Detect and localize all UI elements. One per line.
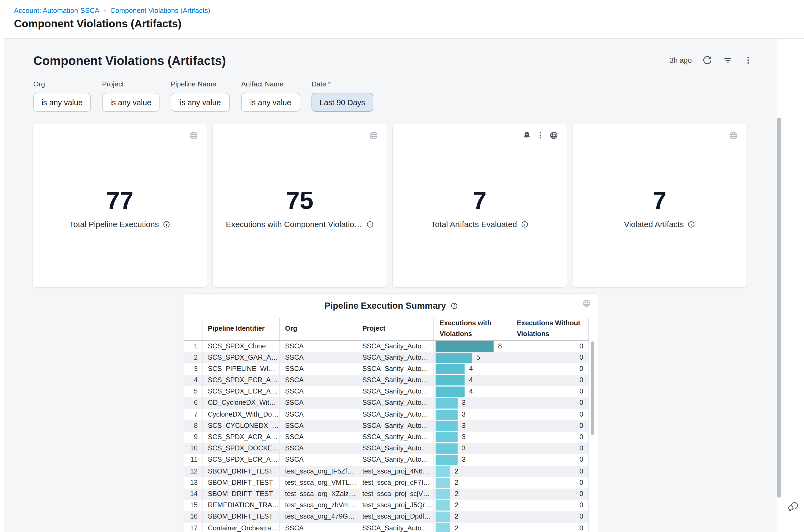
violations-bar — [436, 386, 465, 397]
executions-with-violations-cell: 2 — [434, 500, 511, 511]
violations-bar — [436, 398, 457, 408]
info-icon[interactable] — [521, 221, 528, 228]
kpi-card-row: 77 Total Pipeline Executions 75 Executio… — [33, 124, 747, 287]
filter-artifact-name-label: Artifact Name — [241, 80, 300, 88]
executions-without-violations-cell: 0 — [511, 500, 588, 511]
kpi-card-total-pipeline-executions: 77 Total Pipeline Executions — [33, 124, 207, 287]
dashboard-content: Component Violations (Artifacts) 3h ago — [4, 39, 777, 532]
filter-date-value-button[interactable]: Last 90 Days — [312, 93, 373, 112]
executions-with-violations-cell: 3 — [434, 398, 511, 409]
table-scrollbar-thumb[interactable] — [591, 341, 594, 435]
project-cell: SSCA_Sanity_Automa… — [357, 443, 434, 454]
table-title: Pipeline Execution Summary — [324, 300, 446, 310]
info-icon[interactable] — [366, 221, 374, 228]
column-header-org[interactable]: Org — [280, 318, 357, 340]
kpi-value: 77 — [33, 185, 207, 215]
table-row: 15REMEDIATION_TRAC…test_ssca_org_zbVmg…t… — [184, 500, 588, 511]
executions-without-violations-cell: 0 — [511, 363, 588, 375]
violations-value: 4 — [469, 363, 473, 375]
violations-value: 3 — [462, 409, 466, 420]
kebab-menu-icon[interactable] — [743, 55, 753, 65]
table-row: 8SCS_CYCLONEDX_GA…SSCASSCA_Sanity_Automa… — [184, 420, 588, 432]
project-cell: test_ssca_proj_J5Qrd… — [357, 500, 434, 511]
info-icon[interactable] — [450, 302, 457, 309]
project-cell: SSCA_Sanity_Automa… — [357, 375, 434, 386]
filter-artifact-name-value-button[interactable]: is any value — [241, 93, 300, 112]
refresh-icon[interactable] — [703, 55, 712, 65]
kpi-label: Total Pipeline Executions — [69, 220, 159, 229]
pipeline-identifier-cell: SBOM_DRIFT_TEST — [203, 477, 280, 489]
executions-without-violations-cell: 0 — [511, 432, 588, 443]
violations-value: 3 — [462, 398, 466, 409]
pipeline-identifier-cell: SCS_SPDX_ECR_ALL_… — [203, 375, 280, 386]
filter-artifact-name: Artifact Name is any value — [241, 80, 300, 112]
breadcrumb-link-account[interactable]: Account: Automation-SSCA — [14, 6, 99, 15]
org-cell: SSCA — [280, 352, 357, 363]
project-cell: SSCA_Sanity_Automa… — [357, 352, 434, 363]
filter-org-value-button[interactable]: is any value — [33, 93, 91, 112]
executions-without-violations-cell: 0 — [511, 375, 588, 386]
breadcrumb-link-page[interactable]: Component Violations (Artifacts) — [110, 6, 210, 15]
kpi-label: Total Artifacts Evaluated — [431, 220, 517, 229]
column-header-project[interactable]: Project — [357, 318, 434, 340]
pipeline-identifier-cell: SCS_PIPELINE_WITH… — [203, 363, 280, 375]
executions-with-violations-cell: 3 — [434, 420, 511, 432]
column-header-executions-with-violations[interactable]: Executions withViolations — [434, 318, 511, 340]
violations-bar — [436, 375, 465, 386]
org-cell: test_ssca_org_XZalzy… — [280, 489, 357, 500]
violations-value: 3 — [462, 443, 466, 454]
violations-bar — [436, 341, 494, 352]
executions-without-violations-cell: 0 — [511, 341, 588, 352]
bell-plus-alert-icon[interactable] — [523, 131, 531, 139]
filter-icon[interactable] — [723, 55, 733, 65]
filter-org: Org is any value — [33, 80, 91, 112]
pipeline-identifier-cell: SCS_SPDX_ACR_ALL… — [203, 432, 280, 443]
row-number-cell: 17 — [184, 522, 203, 532]
project-cell: test_ssca_proj_cF7I9… — [357, 477, 434, 489]
globe-icon — [549, 131, 558, 139]
chat-help-icon[interactable] — [787, 500, 799, 512]
table-row: 12SBOM_DRIFT_TESTtest_ssca_org_tF5Zf0…te… — [184, 466, 588, 477]
kpi-value: 7 — [573, 185, 747, 215]
table-row: 4SCS_SPDX_ECR_ALL_…SSCASSCA_Sanity_Autom… — [184, 375, 588, 386]
executions-with-violations-cell: 3 — [434, 454, 511, 466]
dashboard-controls: 3h ago — [670, 55, 753, 65]
violations-value: 2 — [455, 522, 459, 532]
table-row: 7CycloneDX_With_Doc…SSCASSCA_Sanity_Auto… — [184, 409, 588, 420]
project-cell: SSCA_Sanity_Automa… — [357, 363, 434, 375]
filter-pipeline-name-label: Pipeline Name — [171, 80, 230, 88]
column-header-executions-without-violations[interactable]: Executions WithoutViolations — [511, 318, 588, 340]
filter-pipeline-name: Pipeline Name is any value — [171, 80, 230, 112]
kpi-value: 7 — [393, 185, 567, 215]
project-cell: SSCA_Sanity_Automa… — [357, 398, 434, 409]
org-cell: test_ssca_org_zbVmg… — [280, 500, 357, 511]
project-cell: SSCA_Sanity_Automa… — [357, 341, 434, 352]
info-icon[interactable] — [688, 221, 695, 228]
executions-without-violations-cell: 0 — [511, 454, 588, 466]
row-number-cell: 11 — [184, 454, 203, 466]
executions-without-violations-cell: 0 — [511, 409, 588, 420]
executions-without-violations-cell: 0 — [511, 443, 588, 454]
executions-with-violations-cell: 8 — [434, 341, 511, 352]
column-header-pipeline-identifier[interactable]: Pipeline Identifier — [203, 318, 280, 340]
last-refreshed-label: 3h ago — [670, 56, 692, 64]
org-cell: SSCA — [280, 432, 357, 443]
kebab-menu-icon[interactable] — [536, 131, 545, 139]
kpi-card-executions-with-violations: 75 Executions with Component Violatio… — [213, 124, 387, 287]
required-asterisk: * — [328, 80, 331, 88]
executions-with-violations-cell: 2 — [434, 477, 511, 489]
breadcrumb: Account: Automation-SSCA › Component Vio… — [14, 6, 210, 15]
violations-value: 3 — [462, 432, 466, 443]
executions-without-violations-cell: 0 — [511, 386, 588, 398]
violations-value: 3 — [462, 420, 466, 432]
filter-project-value-button[interactable]: is any value — [102, 93, 160, 112]
row-number-cell: 15 — [184, 500, 203, 511]
row-number-cell: 8 — [184, 420, 203, 432]
executions-without-violations-cell: 0 — [511, 511, 588, 522]
filter-pipeline-name-value-button[interactable]: is any value — [171, 93, 230, 112]
pipeline-identifier-cell: Container_Orchestrat… — [203, 522, 280, 532]
page-scrollbar-thumb[interactable] — [777, 118, 781, 498]
info-icon[interactable] — [163, 221, 170, 228]
table-row: 6CD_CycloneDX_With_…SSCASSCA_Sanity_Auto… — [184, 398, 588, 409]
table-row: 13SBOM_DRIFT_TESTtest_ssca_org_VMTLz…tes… — [184, 477, 588, 489]
